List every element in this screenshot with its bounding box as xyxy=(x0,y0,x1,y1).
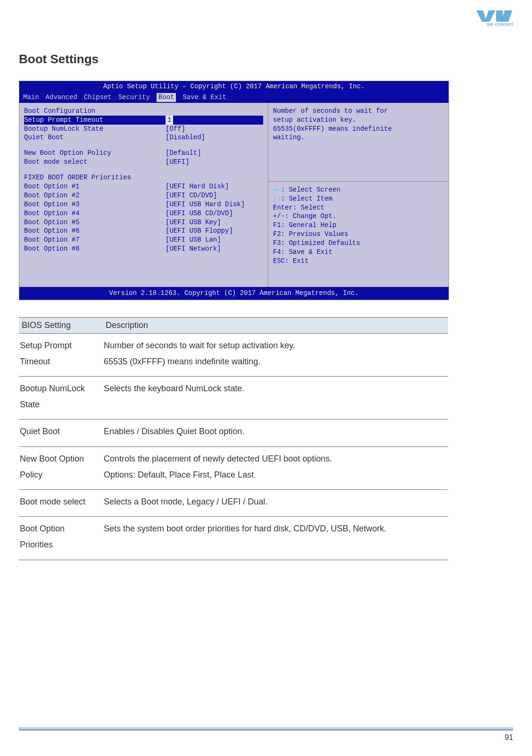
bios-settings-pane: Boot Configuration Setup Prompt Timeout1… xyxy=(19,103,268,287)
bios-setting-value: [UEFI USB Hard Disk] xyxy=(166,200,245,209)
bios-setting-row: Boot Option #3[UEFI USB Hard Disk] xyxy=(24,200,263,209)
bios-setting-label: Boot Option #7 xyxy=(24,235,166,244)
bios-setting-row: Bootup NumLock State[Off] xyxy=(24,125,263,134)
bios-setting-row: Boot Option #6[UEFI USB Floppy] xyxy=(24,227,263,235)
bios-key-hint: →←: Select Screen xyxy=(273,185,444,194)
bios-setting-label: Quiet Boot xyxy=(24,133,166,142)
bios-setting-value: [UEFI USB Floppy] xyxy=(166,227,233,235)
bios-setting-row: Boot Option #1[UEFI Hard Disk] xyxy=(24,182,263,191)
page-footer: 91 xyxy=(19,727,513,742)
via-logo: we connect xyxy=(475,8,513,27)
table-row: Boot mode selectSelects a Boot mode, Leg… xyxy=(19,489,448,516)
table-cell-setting: Bootup NumLock State xyxy=(19,377,103,420)
table-row: Bootup NumLock StateSelects the keyboard… xyxy=(19,377,448,420)
bios-menu-item: Security xyxy=(118,93,150,102)
bios-key-hint: +/-: Change Opt. xyxy=(273,212,444,221)
bios-setting-label: Boot Option #6 xyxy=(24,227,166,235)
bios-menu-bar: MainAdvancedChipsetSecurityBootSave & Ex… xyxy=(19,92,449,103)
table-cell-description: Selects a Boot mode, Legacy / UEFI / Dua… xyxy=(103,489,448,516)
bios-setting-label: Boot Option #1 xyxy=(24,182,166,191)
table-row: Quiet BootEnables / Disables Quiet Boot … xyxy=(19,420,448,446)
table-cell-setting: Boot Option Priorities xyxy=(19,517,103,560)
bios-setting-value: [Off] xyxy=(166,125,185,134)
bios-setting-value: [UEFI Hard Disk] xyxy=(166,182,229,191)
table-cell-description: Number of seconds to wait for setup acti… xyxy=(103,333,448,376)
bios-setting-row: Boot mode select[UEFI] xyxy=(24,158,263,167)
bios-keys-pane: →←: Select Screen↑↓: Select ItemEnter: S… xyxy=(268,182,449,287)
bios-setting-value: [UEFI USB Lan] xyxy=(166,235,221,244)
bios-menu-item: Chipset xyxy=(84,93,112,102)
bios-help-pane: Number of seconds to wait forsetup activ… xyxy=(268,103,449,182)
bios-help-line: setup activation key. xyxy=(273,116,444,125)
bios-help-line: Number of seconds to wait for xyxy=(273,107,444,116)
section-heading: Boot Settings xyxy=(19,52,513,67)
bios-setting-label: Setup Prompt Timeout xyxy=(24,116,166,125)
table-header-description: Description xyxy=(103,317,448,333)
bios-key-hint: ↑↓: Select Item xyxy=(273,194,444,203)
table-cell-description: Enables / Disables Quiet Boot option. xyxy=(103,420,448,446)
bios-title-bar: Aptio Setup Utility – Copyright (C) 2017… xyxy=(19,81,449,92)
logo-tagline: we connect xyxy=(475,22,513,27)
bios-key-hint: ESC: Exit xyxy=(273,257,444,266)
bios-setting-label: Boot Option #2 xyxy=(24,191,166,200)
bios-setting-row: Boot Option #4[UEFI USB CD/DVD] xyxy=(24,209,263,218)
bios-setting-label: Boot mode select xyxy=(24,158,166,167)
bios-setting-label: Boot Option #8 xyxy=(24,244,166,253)
table-row: New Boot Option PolicyControls the place… xyxy=(19,446,448,489)
bios-setting-value: [UEFI] xyxy=(166,158,189,167)
bios-description-table: BIOS Setting Description Setup Prompt Ti… xyxy=(19,317,448,560)
bios-screenshot: Aptio Setup Utility – Copyright (C) 2017… xyxy=(19,81,449,300)
bios-group-heading: FIXED BOOT ORDER Priorities xyxy=(24,173,263,182)
bios-setting-row: Boot Option #2[UEFI CD/DVD] xyxy=(24,191,263,200)
bios-menu-item: Save & Exit xyxy=(183,93,226,102)
bios-key-hint: F1: General Help xyxy=(273,221,444,230)
bios-setting-row: New Boot Option Policy[Default] xyxy=(24,149,263,158)
bios-setting-value: 1 xyxy=(166,116,173,125)
bios-group-heading: Boot Configuration xyxy=(24,107,263,116)
bios-setting-label: Boot Option #5 xyxy=(24,218,166,227)
bios-setting-row: Boot Option #7[UEFI USB Lan] xyxy=(24,235,263,244)
bios-menu-item: Advanced xyxy=(46,93,77,102)
bios-setting-value: [UEFI CD/DVD] xyxy=(166,191,217,200)
bios-setting-value: [Default] xyxy=(166,149,201,158)
bios-setting-row: Boot Option #5[UEFI USB Key] xyxy=(24,218,263,227)
table-cell-setting: Setup Prompt Timeout xyxy=(19,333,103,376)
table-cell-description: Sets the system boot order priorities fo… xyxy=(103,517,448,560)
table-row: Boot Option PrioritiesSets the system bo… xyxy=(19,517,448,560)
bios-setting-value: [UEFI USB Key] xyxy=(166,218,221,227)
bios-key-hint: F2: Previous Values xyxy=(273,230,444,239)
bios-setting-row: Quiet Boot[Disabled] xyxy=(24,133,263,142)
bios-menu-item: Main xyxy=(23,93,39,102)
bios-setting-label: Boot Option #4 xyxy=(24,209,166,218)
bios-setting-row: Boot Option #8[UEFI Network] xyxy=(24,244,263,253)
bios-help-line: waiting. xyxy=(273,133,444,142)
bios-setting-value: [UEFI Network] xyxy=(166,244,221,253)
table-cell-setting: Quiet Boot xyxy=(19,420,103,446)
bios-key-hint: F3: Optimized Defaults xyxy=(273,239,444,248)
bios-setting-value: [Disabled] xyxy=(166,133,205,142)
footer-divider xyxy=(19,727,513,731)
bios-help-line: 65535(0xFFFF) means indefinite xyxy=(273,125,444,134)
bios-footer-bar: Version 2.18.1263. Copyright (C) 2017 Am… xyxy=(19,287,449,300)
bios-key-hint: Enter: Select xyxy=(273,203,444,212)
bios-setting-row: Setup Prompt Timeout1 xyxy=(24,116,263,125)
page-number: 91 xyxy=(19,733,513,742)
bios-key-hint: F4: Save & Exit xyxy=(273,248,444,257)
bios-setting-label: New Boot Option Policy xyxy=(24,149,166,158)
table-cell-description: Selects the keyboard NumLock state. xyxy=(103,377,448,420)
bios-menu-item: Boot xyxy=(157,93,176,102)
table-row: Setup Prompt TimeoutNumber of seconds to… xyxy=(19,333,448,376)
table-cell-description: Controls the placement of newly detected… xyxy=(103,446,448,489)
table-cell-setting: New Boot Option Policy xyxy=(19,446,103,489)
table-cell-setting: Boot mode select xyxy=(19,489,103,516)
bios-setting-label: Bootup NumLock State xyxy=(24,125,166,134)
bios-setting-value: [UEFI USB CD/DVD] xyxy=(166,209,233,218)
table-header-setting: BIOS Setting xyxy=(19,317,103,333)
bios-setting-label: Boot Option #3 xyxy=(24,200,166,209)
